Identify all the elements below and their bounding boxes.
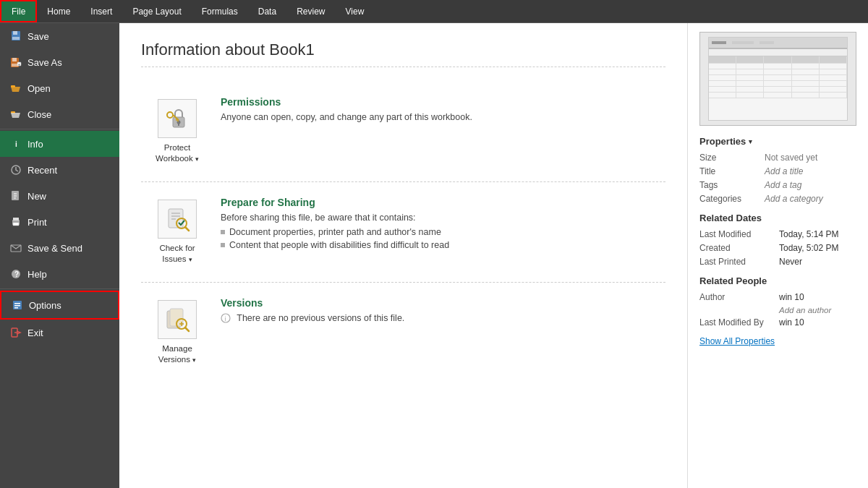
protect-workbook-label: Protect Workbook ▾: [156, 142, 199, 164]
sidebar-item-open[interactable]: Open: [0, 75, 119, 101]
tab-pagelayout[interactable]: Page Layout: [122, 0, 191, 22]
tab-formulas[interactable]: Formulas: [192, 0, 248, 22]
versions-body: i There are no previous versions of this…: [221, 313, 658, 324]
preview-row: [709, 69, 848, 75]
check-issues-label: Check for Issues ▾: [159, 243, 195, 265]
svg-rect-24: [14, 303, 20, 304]
title-add-link[interactable]: Add a title: [765, 166, 803, 176]
sidebar-item-exit[interactable]: Exit: [0, 320, 119, 346]
sidebar-item-info[interactable]: i Info: [0, 131, 119, 157]
check-icon-svg: [163, 205, 192, 234]
add-author-link[interactable]: Add an author: [699, 306, 856, 314]
sidebar-item-saveas[interactable]: + Save As: [0, 49, 119, 75]
close-icon: [10, 108, 22, 120]
tab-view[interactable]: View: [336, 0, 375, 22]
check-issues-button[interactable]: Check for Issues ▾: [141, 194, 213, 270]
preview-cell: [764, 64, 791, 69]
preview-cell: [820, 93, 847, 98]
page-title: Information about Book1: [141, 40, 665, 67]
sidebar-item-close[interactable]: Close: [0, 101, 119, 127]
preview-cell: [736, 69, 764, 74]
preview-cell: [792, 64, 820, 69]
tab-data[interactable]: Data: [248, 0, 286, 22]
info-icon: i: [10, 138, 22, 150]
preview-cell: [764, 87, 791, 92]
preview-toolbar-item2: [760, 41, 774, 44]
svg-rect-25: [14, 305, 20, 307]
related-dates-section: Related Dates Last Modified Today, 5:14 …: [699, 213, 856, 267]
svg-rect-5: [12, 64, 18, 67]
recent-icon: [10, 164, 22, 176]
preview-cell: [736, 87, 764, 92]
svg-text:i: i: [225, 315, 226, 322]
preview-cell: [792, 75, 820, 80]
bullet-item: Document properties, printer path and au…: [221, 226, 658, 239]
svg-text:+: +: [18, 62, 20, 67]
preview-cell: [709, 56, 736, 63]
preview-row: [709, 64, 848, 69]
preview-inner: [708, 37, 848, 120]
preview-cell: [792, 81, 820, 86]
preview-cell: [736, 93, 764, 98]
sidebar-item-options[interactable]: Options: [0, 291, 119, 320]
preview-header: [709, 38, 848, 49]
tab-insert[interactable]: Insert: [80, 0, 122, 22]
sidebar-item-help[interactable]: ? Help: [0, 261, 119, 287]
sidebar-item-print[interactable]: Print: [0, 209, 119, 235]
preview-row: [709, 81, 848, 87]
print-icon: [10, 216, 22, 228]
related-people-title: Related People: [699, 275, 856, 286]
preview-cell: [764, 75, 791, 80]
svg-rect-4: [12, 58, 17, 61]
versions-text: Versions i There are no previous version…: [213, 294, 665, 330]
preview-cell: [736, 56, 764, 63]
preview-cell: [709, 87, 736, 92]
tab-home[interactable]: Home: [37, 0, 80, 22]
versions-body-icon: i: [221, 313, 231, 323]
send-icon: [10, 242, 22, 254]
preview-row: [709, 75, 848, 81]
svg-rect-19: [13, 223, 19, 226]
preview-cell: [736, 64, 764, 69]
related-people-section: Related People Author win 10 Add an auth…: [699, 275, 856, 328]
exit-icon: [10, 327, 22, 338]
svg-point-32: [167, 112, 173, 118]
sidebar-item-save[interactable]: Save: [0, 23, 119, 49]
sidebar-item-new[interactable]: New: [0, 183, 119, 209]
save-icon: [10, 30, 22, 42]
preview-cell: [820, 69, 847, 74]
main-layout: Save + Save As Open: [0, 23, 868, 488]
svg-line-41: [185, 227, 189, 231]
show-all-properties-link[interactable]: Show All Properties: [699, 336, 856, 346]
preview-cell: [820, 81, 847, 86]
preview-cell: [709, 81, 736, 86]
right-panel: Properties ▾ Size Not saved yet Title Ad…: [687, 23, 868, 488]
properties-title[interactable]: Properties ▾: [699, 136, 856, 147]
last-modified-row: Last Modified Today, 5:14 PM: [699, 229, 856, 239]
tab-file[interactable]: File: [0, 0, 37, 22]
tags-add-link[interactable]: Add a tag: [765, 180, 801, 190]
related-dates-title: Related Dates: [699, 213, 856, 223]
sidebar-item-savesend[interactable]: Save & Send: [0, 235, 119, 261]
sidebar-item-recent[interactable]: Recent: [0, 157, 119, 183]
bullet-item: Content that people with disabilities fi…: [221, 239, 658, 252]
preview-cell: [792, 93, 820, 98]
categories-add-link[interactable]: Add a category: [765, 194, 823, 204]
check-bullets: Document properties, printer path and au…: [221, 226, 658, 252]
props-tags-row: Tags Add a tag: [699, 180, 856, 190]
section-versions: Manage Versions ▾ Versions i There are n…: [141, 283, 665, 382]
preview-row: [709, 87, 848, 93]
check-icon: [158, 200, 197, 239]
svg-rect-1: [13, 31, 17, 35]
preview-cell: [820, 64, 847, 69]
versions-icon: [158, 300, 197, 339]
properties-dropdown-icon: ▾: [749, 138, 752, 145]
protect-workbook-button[interactable]: Protect Workbook ▾: [141, 93, 213, 170]
preview-cell: [764, 69, 791, 74]
manage-versions-button[interactable]: Manage Versions ▾: [141, 294, 213, 371]
tab-review[interactable]: Review: [286, 0, 335, 22]
help-icon: ?: [10, 268, 22, 280]
saveas-icon: +: [10, 56, 22, 68]
author-row: Author win 10: [699, 292, 856, 302]
check-text: Prepare for Sharing Before sharing this …: [213, 194, 665, 254]
